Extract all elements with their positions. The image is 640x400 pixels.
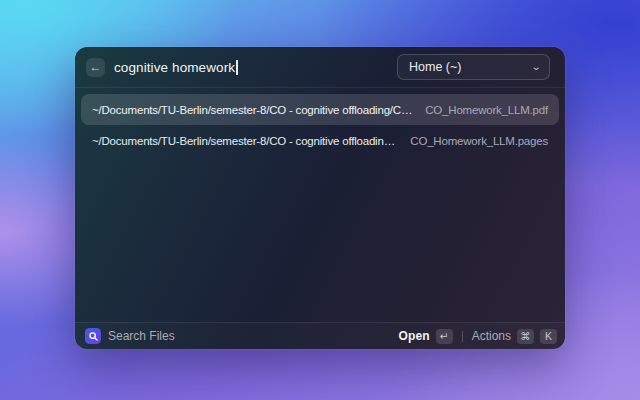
magnifier-icon <box>89 332 98 341</box>
search-input[interactable]: cognitive homework <box>114 60 388 75</box>
back-arrow-icon: ← <box>90 61 102 73</box>
footer-bar: Search Files Open ↵ Actions ⌘ K <box>75 322 565 349</box>
result-filename: CO_Homework_LLM.pages <box>410 135 548 147</box>
actions-button[interactable]: Actions <box>472 329 511 343</box>
result-row[interactable]: ~/Documents/TU-Berlin/semester-8/CO - co… <box>81 94 559 125</box>
result-path: ~/Documents/TU-Berlin/semester-8/CO - co… <box>92 135 400 147</box>
chevron-down-icon: ⌄ <box>530 62 541 72</box>
k-key-icon: K <box>540 329 557 344</box>
result-row[interactable]: ~/Documents/TU-Berlin/semester-8/CO - co… <box>81 125 559 156</box>
raycast-window: ← cognitive homework Home (~) ⌄ ~/Docume… <box>75 47 565 349</box>
result-path: ~/Documents/TU-Berlin/semester-8/CO - co… <box>92 104 415 116</box>
search-files-icon <box>85 328 101 344</box>
text-caret <box>236 60 238 75</box>
back-button[interactable]: ← <box>86 58 105 77</box>
search-query-text: cognitive homework <box>114 60 235 75</box>
command-key-icon: ⌘ <box>517 329 534 344</box>
scope-dropdown[interactable]: Home (~) ⌄ <box>397 54 550 80</box>
search-header: ← cognitive homework Home (~) ⌄ <box>75 47 565 88</box>
scope-dropdown-value: Home (~) <box>409 60 461 74</box>
return-key-icon: ↵ <box>436 329 453 344</box>
result-filename: CO_Homework_LLM.pdf <box>425 104 548 116</box>
open-action-label[interactable]: Open <box>399 329 430 343</box>
footer-divider <box>462 331 463 342</box>
extension-name: Search Files <box>108 329 175 343</box>
results-list: ~/Documents/TU-Berlin/semester-8/CO - co… <box>75 88 565 162</box>
